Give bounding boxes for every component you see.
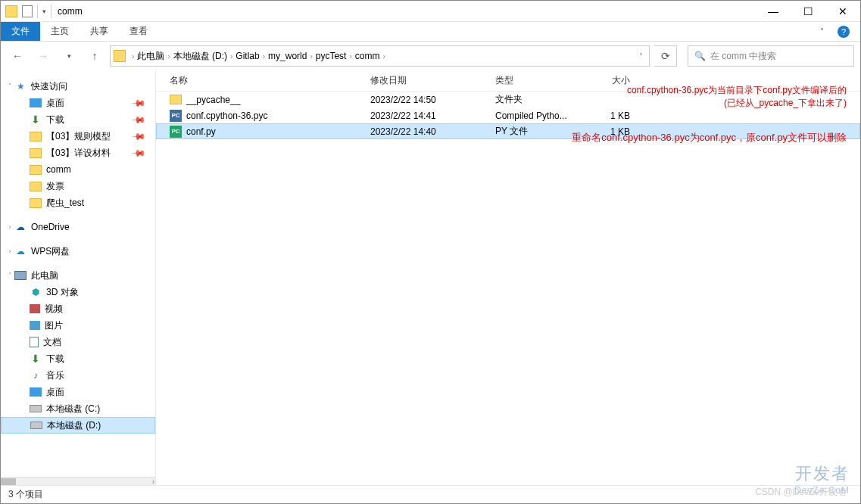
chevron-right-icon[interactable]: ›: [5, 223, 14, 231]
ribbon: 文件 主页 共享 查看 ˅ ?: [1, 22, 860, 42]
refresh-button[interactable]: ⟳: [654, 45, 677, 67]
folder-icon: [114, 50, 126, 62]
sidebar-item-downloads[interactable]: ⬇下载📌: [1, 111, 155, 128]
file-name: conf.py: [186, 126, 370, 137]
sidebar-label: 快速访问: [31, 80, 67, 93]
crumb[interactable]: 此电脑: [137, 50, 164, 63]
sidebar-label: WPS网盘: [31, 245, 70, 258]
chevron-down-icon[interactable]: ˅: [5, 82, 14, 90]
sidebar-item-folder[interactable]: 【03】规则模型📌: [1, 128, 155, 145]
tab-share[interactable]: 共享: [80, 22, 119, 41]
sidebar-item-drive-c[interactable]: 本地磁盘 (C:): [1, 400, 155, 417]
chevron-right-icon[interactable]: ›: [310, 52, 312, 61]
star-icon: ★: [14, 80, 27, 92]
sidebar-item-3d[interactable]: ⬢3D 对象: [1, 284, 155, 300]
back-button[interactable]: ←: [7, 45, 28, 67]
file-row[interactable]: PC conf.cpython-36.pyc 2023/2/22 14:41 C…: [156, 107, 860, 123]
sidebar-item-label: 文档: [43, 336, 61, 349]
pin-icon: 📌: [131, 112, 147, 128]
music-icon: ♪: [30, 369, 42, 381]
tab-file[interactable]: 文件: [1, 22, 40, 41]
annotation-text: (已经从_pycache_下拿出来了): [627, 97, 847, 110]
folder-icon: [30, 132, 42, 142]
chevron-right-icon[interactable]: ›: [132, 52, 134, 61]
py-file-icon: PC: [170, 126, 182, 138]
address-dropdown-icon[interactable]: ˅: [639, 52, 643, 61]
crumb[interactable]: 本地磁盘 (D:): [173, 50, 227, 63]
search-box[interactable]: 🔍 在 comm 中搜索: [688, 45, 854, 67]
minimize-button[interactable]: —: [756, 1, 791, 22]
column-name[interactable]: 名称: [170, 74, 370, 87]
column-type[interactable]: 类型: [495, 74, 586, 87]
folder-icon: [30, 198, 42, 208]
ribbon-right: ˅ ?: [820, 22, 860, 41]
address-bar[interactable]: › 此电脑› 本地磁盘 (D:)› Gitlab› my_world› pycT…: [110, 45, 650, 67]
cloud-icon: ☁: [14, 221, 27, 233]
image-icon: [30, 321, 40, 330]
sidebar-item-label: 音乐: [46, 369, 64, 382]
sidebar-this-pc[interactable]: ˅此电脑: [1, 267, 155, 284]
sidebar-item-documents[interactable]: 文档: [1, 334, 155, 350]
sidebar-item-drive-d[interactable]: 本地磁盘 (D:): [1, 417, 155, 434]
tab-home[interactable]: 主页: [40, 22, 80, 41]
sidebar-item-folder[interactable]: 发票: [1, 178, 155, 194]
crumb[interactable]: pycTest: [316, 51, 347, 61]
sidebar-item-pictures[interactable]: 图片: [1, 317, 155, 334]
sidebar-item-label: 桌面: [46, 97, 64, 110]
file-type: Compiled Pytho...: [495, 110, 586, 121]
sidebar-onedrive[interactable]: ›☁OneDrive: [1, 219, 155, 235]
help-icon[interactable]: ?: [838, 26, 850, 38]
collapse-ribbon-icon[interactable]: ˅: [820, 27, 824, 36]
sidebar-item-label: 本地磁盘 (C:): [46, 403, 100, 415]
chevron-right-icon[interactable]: ›: [230, 52, 232, 61]
sidebar-item-downloads[interactable]: ⬇下载: [1, 350, 155, 367]
scrollbar[interactable]: ›: [1, 477, 156, 485]
chevron-down-icon[interactable]: ˅: [5, 272, 14, 279]
navigation-pane[interactable]: ˅★快速访问 桌面📌 ⬇下载📌 【03】规则模型📌 【03】详设材料📌 comm…: [1, 70, 156, 485]
tab-view[interactable]: 查看: [119, 22, 158, 41]
body: ˅★快速访问 桌面📌 ⬇下载📌 【03】规则模型📌 【03】详设材料📌 comm…: [1, 70, 860, 485]
sidebar-item-folder[interactable]: 【03】详设材料📌: [1, 145, 155, 161]
sidebar-wps[interactable]: ›☁WPS网盘: [1, 243, 155, 260]
sidebar-item-label: 桌面: [46, 386, 64, 399]
folder-icon: [170, 95, 182, 104]
chevron-right-icon[interactable]: ›: [5, 247, 14, 255]
sidebar-item-videos[interactable]: 视频: [1, 300, 155, 317]
annotation-2: 重命名conf.cpython-36.pyc为conf.pyc，原conf.py…: [572, 131, 847, 145]
close-button[interactable]: ✕: [825, 1, 860, 22]
forward-button[interactable]: →: [33, 45, 54, 67]
sidebar-item-label: 3D 对象: [46, 286, 79, 299]
file-size: 1 KB: [586, 110, 639, 121]
folder-icon: [5, 5, 17, 17]
sidebar-item-desktop[interactable]: 桌面: [1, 384, 155, 400]
sidebar-label: OneDrive: [31, 222, 70, 232]
sidebar-item-music[interactable]: ♪音乐: [1, 367, 155, 384]
document-icon[interactable]: [22, 5, 33, 17]
qat-chevron-icon[interactable]: ▾: [42, 8, 46, 15]
divider: [37, 5, 38, 18]
up-button[interactable]: ↑: [84, 45, 105, 67]
content-pane[interactable]: 名称 修改日期 类型 大小 __pycache__ 2023/2/22 14:5…: [156, 70, 860, 485]
file-type: 文件夹: [495, 93, 586, 106]
chevron-right-icon[interactable]: ›: [167, 52, 170, 61]
chevron-right-icon[interactable]: ›: [382, 52, 385, 61]
sidebar-item-label: comm: [46, 164, 71, 175]
maximize-button[interactable]: ☐: [791, 1, 825, 22]
sidebar-item-folder[interactable]: 爬虫_test: [1, 194, 155, 211]
crumb[interactable]: comm: [355, 51, 380, 61]
crumb[interactable]: my_world: [268, 51, 307, 61]
sidebar-quick-access[interactable]: ˅★快速访问: [1, 78, 155, 95]
scroll-right-icon[interactable]: ›: [152, 478, 154, 485]
chevron-right-icon[interactable]: ›: [263, 52, 265, 61]
quick-access-toolbar: ▾: [1, 5, 56, 18]
history-dropdown[interactable]: ▾: [58, 45, 80, 67]
column-date[interactable]: 修改日期: [370, 74, 495, 87]
chevron-right-icon[interactable]: ›: [349, 52, 351, 61]
window-title: comm: [58, 6, 83, 17]
sidebar-item-folder[interactable]: comm: [1, 161, 155, 178]
download-icon: ⬇: [30, 114, 42, 126]
sidebar-item-label: 视频: [45, 303, 63, 316]
sidebar-item-desktop[interactable]: 桌面📌: [1, 95, 155, 111]
video-icon: [30, 304, 40, 313]
crumb[interactable]: Gitlab: [236, 51, 259, 61]
